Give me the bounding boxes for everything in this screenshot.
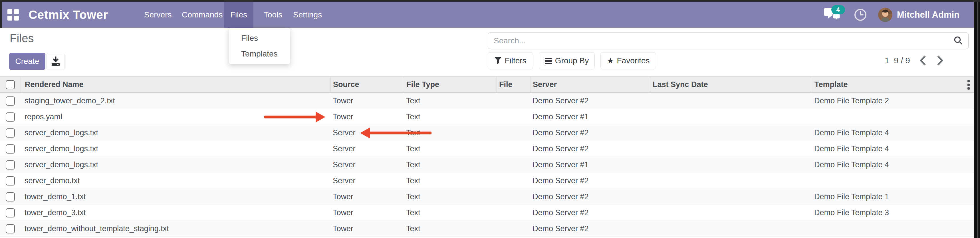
cell-last-sync-date[interactable]	[650, 93, 812, 109]
cell-file[interactable]	[496, 205, 530, 221]
user-menu[interactable]: Mitchell Admin	[878, 8, 959, 22]
cell-file-type[interactable]: Text	[404, 205, 496, 221]
cell-file-type[interactable]: Text	[404, 189, 496, 205]
select-all-checkbox-cell[interactable]	[0, 77, 21, 92]
table-row[interactable]: server_demo_logs.txtServerTextDemo Serve…	[0, 157, 974, 173]
column-header-file-type[interactable]: File Type	[404, 77, 496, 92]
cell-file[interactable]	[496, 109, 530, 125]
cell-file-type[interactable]: Text	[404, 109, 496, 125]
table-row[interactable]: repos.yamlTowerTextDemo Server #1	[0, 109, 974, 125]
row-checkbox[interactable]	[6, 192, 15, 202]
cell-file[interactable]	[496, 157, 530, 173]
table-row[interactable]: tower_demo_1.txtTowerTextDemo Server #2D…	[0, 189, 974, 205]
nav-item-files[interactable]: Files	[224, 2, 253, 28]
cell-file[interactable]	[496, 221, 530, 236]
cell-file[interactable]	[496, 125, 530, 141]
cell-last-sync-date[interactable]	[650, 125, 812, 141]
cell-template[interactable]: Demo File Template 4	[812, 157, 974, 173]
cell-last-sync-date[interactable]	[650, 141, 812, 157]
cell-rendered-name[interactable]: tower_demo_1.txt	[21, 189, 331, 205]
table-row[interactable]: staging_tower_demo_2.txtTowerTextDemo Se…	[0, 93, 974, 109]
row-checkbox-cell[interactable]	[0, 109, 21, 125]
cell-last-sync-date[interactable]	[650, 221, 812, 236]
cell-server[interactable]: Demo Server #1	[530, 157, 650, 173]
cell-server[interactable]: Demo Server #2	[530, 173, 650, 189]
nav-item-servers[interactable]: Servers	[138, 2, 178, 28]
cell-server[interactable]: Demo Server #2	[530, 125, 650, 141]
cell-source[interactable]: Tower	[331, 205, 404, 221]
cell-source[interactable]: Tower	[331, 93, 404, 109]
row-checkbox[interactable]	[6, 224, 15, 233]
cell-rendered-name[interactable]: tower_demo_without_template_staging.txt	[21, 221, 331, 236]
cell-rendered-name[interactable]: server_demo.txt	[21, 173, 331, 189]
cell-rendered-name[interactable]: tower_demo_3.txt	[21, 205, 331, 221]
nav-item-commands[interactable]: Commands	[175, 2, 229, 28]
scrollbar-gutter[interactable]	[974, 0, 980, 238]
row-checkbox[interactable]	[6, 144, 15, 154]
group-by-button[interactable]: Group By	[539, 52, 595, 69]
activities-clock-icon[interactable]	[854, 8, 867, 22]
cell-file[interactable]	[496, 173, 530, 189]
row-checkbox-cell[interactable]	[0, 221, 21, 236]
export-button[interactable]	[46, 53, 65, 70]
cell-file-type[interactable]: Text	[404, 173, 496, 189]
cell-rendered-name[interactable]: server_demo_logs.txt	[21, 141, 331, 157]
search-input[interactable]	[488, 36, 948, 45]
row-checkbox-cell[interactable]	[0, 141, 21, 157]
create-button[interactable]: Create	[9, 53, 45, 70]
cell-server[interactable]: Demo Server #2	[530, 141, 650, 157]
pager-prev-icon[interactable]	[918, 55, 928, 66]
cell-template[interactable]: Demo File Template 4	[812, 141, 974, 157]
column-header-file[interactable]: File	[496, 77, 530, 92]
optional-columns-icon[interactable]	[967, 77, 970, 92]
cell-file[interactable]	[496, 93, 530, 109]
nav-item-tools[interactable]: Tools	[258, 2, 288, 28]
cell-template[interactable]: Demo File Template 1	[812, 189, 974, 205]
cell-source[interactable]: Server	[331, 125, 404, 141]
cell-template[interactable]	[812, 221, 974, 236]
cell-server[interactable]: Demo Server #1	[530, 109, 650, 125]
cell-file-type[interactable]: Text	[404, 93, 496, 109]
cell-last-sync-date[interactable]	[650, 205, 812, 221]
cell-source[interactable]: Tower	[331, 109, 404, 125]
cell-last-sync-date[interactable]	[650, 109, 812, 125]
cell-file[interactable]	[496, 141, 530, 157]
row-checkbox[interactable]	[6, 176, 15, 186]
table-row[interactable]: server_demo_logs.txtServerTextDemo Serve…	[0, 125, 974, 141]
table-row[interactable]: server_demo.txtServerTextDemo Server #2	[0, 173, 974, 189]
row-checkbox-cell[interactable]	[0, 189, 21, 205]
cell-source[interactable]: Server	[331, 173, 404, 189]
cell-source[interactable]: Tower	[331, 189, 404, 205]
cell-source[interactable]: Server	[331, 141, 404, 157]
table-row[interactable]: tower_demo_3.txtTowerTextDemo Server #2D…	[0, 205, 974, 221]
cell-last-sync-date[interactable]	[650, 189, 812, 205]
brand-title[interactable]: Cetmix Tower	[29, 2, 108, 28]
column-header-server[interactable]: Server	[530, 77, 650, 92]
select-all-checkbox[interactable]	[6, 80, 15, 89]
column-header-source[interactable]: Source	[331, 77, 404, 92]
column-header-last-sync-date[interactable]: Last Sync Date	[650, 77, 812, 92]
filters-button[interactable]: Filters	[488, 52, 533, 69]
pager-next-icon[interactable]	[935, 55, 945, 66]
cell-template[interactable]: Demo File Template 3	[812, 205, 974, 221]
row-checkbox-cell[interactable]	[0, 205, 21, 221]
cell-rendered-name[interactable]: staging_tower_demo_2.txt	[21, 93, 331, 109]
apps-grid-icon[interactable]	[8, 9, 19, 21]
nav-item-settings[interactable]: Settings	[287, 2, 328, 28]
cell-file-type[interactable]: Text	[404, 221, 496, 236]
cell-server[interactable]: Demo Server #2	[530, 205, 650, 221]
row-checkbox[interactable]	[6, 97, 15, 106]
cell-template[interactable]	[812, 109, 974, 125]
pager-range[interactable]: 1–9 / 9	[885, 56, 910, 65]
cell-template[interactable]	[812, 173, 974, 189]
favorites-button[interactable]: ★ Favorites	[600, 52, 656, 69]
cell-rendered-name[interactable]: server_demo_logs.txt	[21, 125, 331, 141]
cell-rendered-name[interactable]: repos.yaml	[21, 109, 331, 125]
dropdown-item-templates[interactable]: Templates	[229, 46, 290, 62]
cell-template[interactable]: Demo File Template 4	[812, 125, 974, 141]
table-row[interactable]: tower_demo_without_template_staging.txtT…	[0, 221, 974, 237]
cell-rendered-name[interactable]: server_demo_logs.txt	[21, 157, 331, 173]
row-checkbox-cell[interactable]	[0, 93, 21, 109]
cell-server[interactable]: Demo Server #2	[530, 93, 650, 109]
column-header-template[interactable]: Template	[812, 77, 974, 92]
